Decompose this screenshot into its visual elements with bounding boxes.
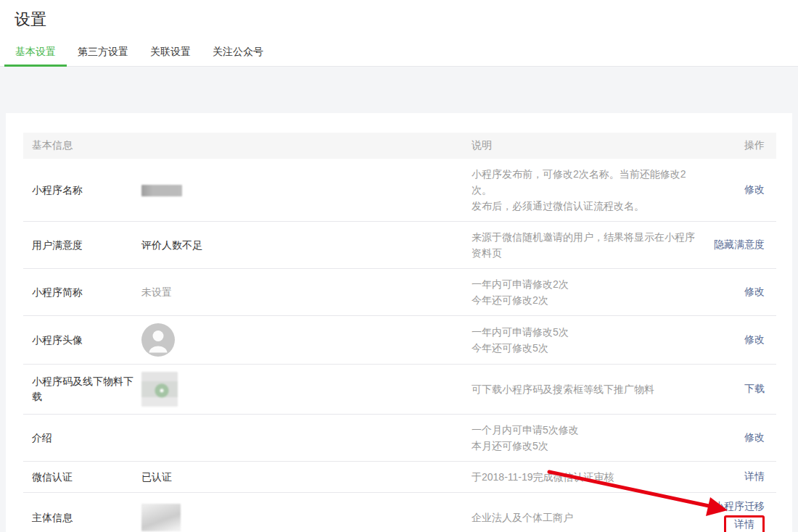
page-title: 设置	[0, 0, 798, 30]
row-label: 小程序名称	[32, 183, 141, 198]
modify-avatar-link[interactable]: 修改	[744, 333, 765, 345]
row-value: 评价人数不足	[141, 238, 472, 253]
row-label: 小程序头像	[32, 333, 141, 348]
row-label: 小程序码及线下物料下载	[32, 374, 141, 404]
row-value: 已认证	[141, 470, 472, 485]
avatar	[141, 323, 175, 357]
tab-basic-settings[interactable]: 基本设置	[4, 39, 67, 67]
table-row-miniprogram-avatar: 小程序头像 一年内可申请修改5次 今年还可修改5次 修改	[23, 316, 776, 365]
column-header-description: 说明	[472, 139, 696, 152]
row-label: 小程序简称	[32, 285, 141, 300]
table-header: 基本信息 说明 操作	[23, 133, 776, 159]
table-row-user-satisfaction: 用户满意度 评价人数不足 来源于微信随机邀请的用户，结果将显示在小程序资料页 隐…	[23, 222, 776, 269]
row-description: 一年内可申请修改5次 今年还可修改5次	[472, 324, 696, 356]
tab-follow-official-account[interactable]: 关注公众号	[202, 39, 274, 67]
redacted-name-value	[141, 185, 182, 196]
column-header-action: 操作	[696, 139, 765, 152]
tab-association-settings[interactable]: 关联设置	[139, 39, 202, 67]
download-material-link[interactable]: 下载	[744, 383, 765, 394]
modify-introduction-link[interactable]: 修改	[744, 431, 765, 443]
table-row-miniprogram-short-name: 小程序简称 未设置 一年内可申请修改2次 今年还可修改2次 修改	[23, 269, 776, 316]
row-description: 小程序发布前，可修改2次名称。当前还能修改2次。 发布后，必须通过微信认证流程改…	[472, 166, 696, 214]
redacted-subject-value	[141, 504, 181, 531]
table-row-subject-info: 主体信息 企业法人及个体工商户 小程序迁移 详情	[23, 493, 776, 532]
page-background-gap	[0, 67, 798, 113]
subject-details-link[interactable]: 详情	[724, 515, 765, 532]
row-description: 于2018-11-19完成微信认证审核	[472, 469, 696, 485]
miniprogram-migration-link[interactable]: 小程序迁移	[714, 500, 765, 513]
row-description: 企业法人及个体工商户	[472, 510, 696, 525]
table-row-wechat-verification: 微信认证 已认证 于2018-11-19完成微信认证审核 详情	[23, 462, 776, 493]
row-label: 用户满意度	[32, 238, 141, 253]
column-header-basic-info: 基本信息	[32, 139, 472, 152]
modify-name-link[interactable]: 修改	[744, 183, 765, 195]
tab-third-party-settings[interactable]: 第三方设置	[67, 39, 139, 67]
row-description: 可下载小程序码及搜索框等线下推广物料	[472, 381, 696, 397]
table-row-miniprogram-name: 小程序名称 小程序发布前，可修改2次名称。当前还能修改2次。 发布后，必须通过微…	[23, 159, 776, 222]
row-label: 微信认证	[32, 470, 141, 485]
verification-details-link[interactable]: 详情	[744, 470, 765, 482]
row-value: 未设置	[141, 286, 172, 298]
miniprogram-qr-thumbnail	[141, 372, 178, 407]
page-header: 设置 基本设置 第三方设置 关联设置 关注公众号	[0, 0, 798, 67]
table-row-miniprogram-code-download: 小程序码及线下物料下载 可下载小程序码及搜索框等线下推广物料 下载	[23, 365, 776, 415]
table-row-introduction: 介绍 一个月内可申请5次修改 本月还可修改5次 修改	[23, 415, 776, 462]
row-label: 介绍	[32, 431, 141, 446]
row-description: 一个月内可申请5次修改 本月还可修改5次	[472, 422, 696, 454]
modify-short-name-link[interactable]: 修改	[744, 286, 765, 297]
row-description: 来源于微信随机邀请的用户，结果将显示在小程序资料页	[472, 229, 696, 261]
row-label: 主体信息	[32, 510, 141, 525]
tab-bar: 基本设置 第三方设置 关联设置 关注公众号	[0, 39, 798, 67]
hide-satisfaction-link[interactable]: 隐藏满意度	[714, 238, 765, 250]
row-description: 一年内可申请修改2次 今年还可修改2次	[472, 276, 696, 308]
basic-settings-card: 基本信息 说明 操作 小程序名称 小程序发布前，可修改2次名称。当前还能修改2次…	[6, 113, 792, 532]
